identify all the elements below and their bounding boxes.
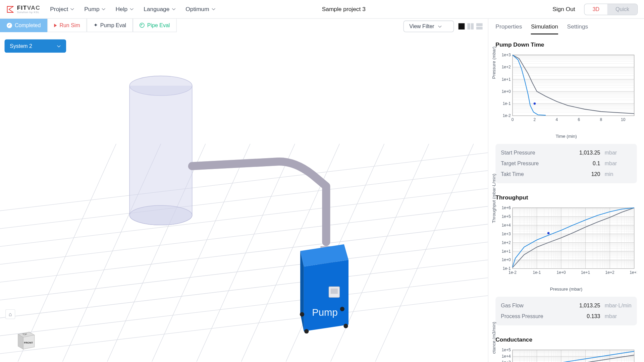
svg-text:2: 2 (534, 117, 536, 122)
home-button[interactable]: ⌂ (5, 309, 15, 319)
tab-settings[interactable]: Settings (567, 23, 588, 34)
chart-conductance[interactable]: ctance (m3/min) 1e+21e+31e+41e+5 (495, 347, 637, 362)
side-panel: Properties Simulation Settings Pump Down… (488, 19, 644, 362)
chevron-down-icon (57, 44, 61, 48)
pump-eval-button[interactable]: ✦Pump Eval (87, 19, 133, 32)
menu-language[interactable]: Language (144, 6, 176, 12)
svg-text:1e+3: 1e+3 (502, 53, 511, 57)
svg-text:1e+3: 1e+3 (502, 360, 511, 362)
chevron-down-icon (211, 7, 215, 11)
svg-text:1e+2: 1e+2 (502, 65, 511, 69)
chevron-down-icon (438, 24, 442, 28)
layout-split-v-icon[interactable] (476, 23, 483, 29)
svg-line-7 (0, 278, 488, 336)
svg-text:4: 4 (556, 117, 558, 122)
tab-properties[interactable]: Properties (495, 23, 522, 34)
view-filter-group: View Filter (404, 20, 483, 32)
chevron-down-icon (172, 7, 176, 11)
canvas-area: ✓Completed Run Sim ✦Pump Eval Pipe Eval … (0, 19, 488, 362)
chevron-down-icon (130, 7, 134, 11)
layout-single-icon[interactable] (459, 23, 465, 29)
chart-pumpdown[interactable]: Pressure (mbar) 1e-21e-11e+01e+11e+21e+3… (495, 52, 637, 133)
logo: FITVAC Solution by KSL (6, 5, 40, 13)
svg-text:1e+4: 1e+4 (502, 223, 511, 228)
viewport-3d[interactable]: Pump (0, 19, 488, 362)
orientation-cube[interactable]: TOP FRONT (14, 327, 37, 352)
svg-text:0: 0 (512, 117, 514, 122)
section-throughput: Throughput Throughput (mbar·L/min) 1e-11… (488, 188, 644, 330)
check-icon: ✓ (7, 22, 12, 28)
rocket-icon: ✦ (94, 22, 98, 28)
sign-out-button[interactable]: Sign Out (552, 6, 575, 12)
menu-project[interactable]: Project (50, 6, 74, 12)
throughput-data-card: Gas Flow1,013.25mbar·L/min Process Press… (495, 297, 637, 325)
svg-text:10: 10 (621, 117, 626, 122)
svg-text:1e-1: 1e-1 (503, 101, 511, 106)
svg-line-17 (375, 144, 474, 362)
section-conductance: Conductance ctance (m3/min) 1e+21e+31e+4… (488, 330, 644, 362)
svg-text:1e-2: 1e-2 (508, 270, 517, 275)
svg-text:1e+3: 1e+3 (630, 270, 637, 275)
data-row: Takt Time120min (501, 169, 631, 180)
svg-point-30 (343, 324, 348, 328)
svg-line-2 (0, 188, 488, 246)
svg-point-19 (129, 205, 192, 225)
run-sim-button[interactable]: Run Sim (47, 19, 87, 32)
tab-simulation[interactable]: Simulation (531, 23, 558, 34)
svg-text:TOP: TOP (22, 333, 27, 336)
topbar: FITVAC Solution by KSL Project Pump Help… (0, 0, 644, 19)
mode-quick-button[interactable]: Quick (607, 4, 637, 14)
svg-line-1 (0, 171, 488, 229)
data-row: Process Pressure0.133mbar (501, 311, 631, 322)
svg-rect-27 (331, 289, 338, 294)
section-title: Pump Down Time (495, 41, 637, 48)
panel-tabs: Properties Simulation Settings (488, 19, 644, 35)
mode-3d-button[interactable]: 3D (585, 4, 607, 14)
data-row: Start Pressure1,013.25mbar (501, 147, 631, 158)
svg-line-4 (0, 224, 488, 282)
completed-badge[interactable]: ✓Completed (0, 19, 47, 32)
svg-text:1e+2: 1e+2 (502, 240, 511, 245)
play-icon (54, 23, 57, 27)
svg-point-31 (300, 312, 304, 316)
chart-throughput[interactable]: Throughput (mbar·L/min) 1e-11e+01e+11e+2… (495, 205, 637, 286)
svg-line-8 (0, 296, 488, 354)
svg-text:8: 8 (600, 117, 602, 122)
data-row: Target Pressure0.1mbar (501, 158, 631, 169)
layout-split-h-icon[interactable] (467, 23, 474, 29)
svg-text:1e+1: 1e+1 (581, 270, 590, 275)
data-row: Gas Flow1,013.25mbar·L/min (501, 300, 631, 311)
svg-text:1e+1: 1e+1 (502, 249, 511, 254)
svg-text:1e+2: 1e+2 (605, 270, 614, 275)
svg-text:1e+0: 1e+0 (502, 89, 511, 94)
svg-point-32 (340, 307, 344, 311)
svg-text:1e-1: 1e-1 (533, 270, 541, 275)
svg-line-5 (0, 242, 488, 300)
svg-text:1e+5: 1e+5 (502, 214, 511, 219)
chevron-down-icon (102, 7, 106, 11)
system-dropdown[interactable]: System 2 (4, 39, 66, 53)
menu-optimum[interactable]: Optimum (185, 6, 215, 12)
section-pumpdown: Pump Down Time Pressure (mbar) 1e-21e-11… (488, 35, 644, 188)
svg-text:1e+4: 1e+4 (502, 354, 511, 359)
svg-text:1e+0: 1e+0 (557, 270, 566, 275)
pump-object[interactable]: Pump (300, 244, 348, 334)
svg-text:1e+6: 1e+6 (502, 205, 511, 210)
svg-text:1e-2: 1e-2 (503, 113, 511, 118)
gauge-icon (140, 23, 145, 28)
section-title: Throughput (495, 194, 637, 201)
view-filter-select[interactable]: View Filter (404, 20, 454, 32)
svg-point-209 (547, 232, 550, 234)
logo-icon (6, 5, 14, 13)
home-icon: ⌂ (9, 311, 12, 317)
svg-text:1e+5: 1e+5 (502, 348, 511, 352)
svg-line-3 (0, 206, 488, 264)
mode-toggle: 3D Quick (584, 3, 638, 15)
menu-pump[interactable]: Pump (84, 6, 106, 12)
project-title: Sample project 3 (322, 6, 366, 12)
main-menu: Project Pump Help Language Optimum (50, 6, 215, 12)
menu-help[interactable]: Help (116, 6, 134, 12)
svg-text:FRONT: FRONT (24, 341, 33, 344)
pipe-eval-button[interactable]: Pipe Eval (133, 19, 176, 32)
svg-text:1e+1: 1e+1 (502, 77, 511, 82)
